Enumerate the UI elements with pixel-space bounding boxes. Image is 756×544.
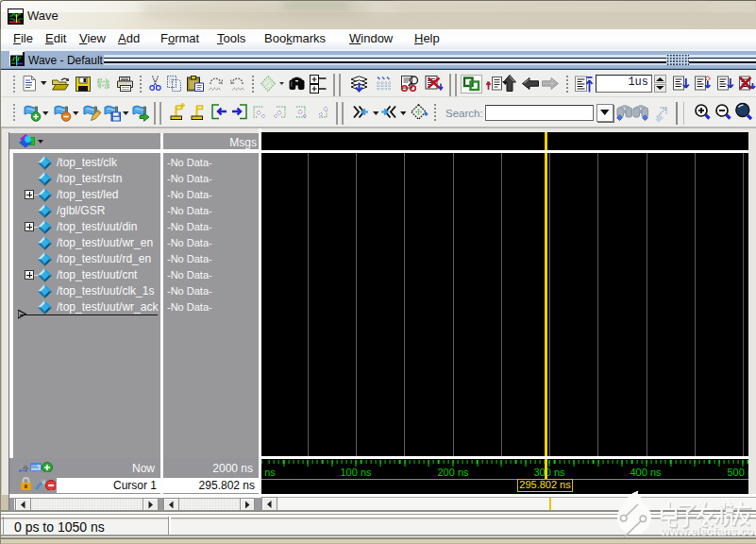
svg-text:www.elecfans.com: www.elecfans.com: [660, 525, 756, 538]
